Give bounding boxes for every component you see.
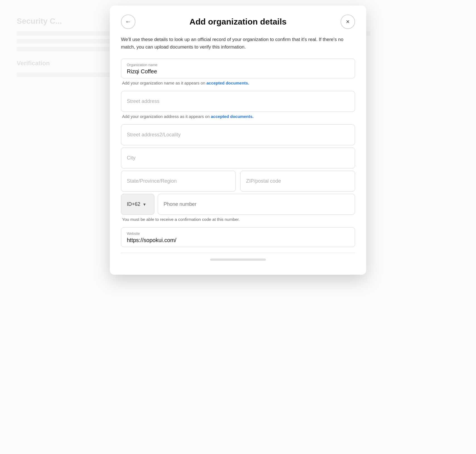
back-button[interactable]: ← [121,15,135,29]
city-input[interactable]: City [121,148,355,168]
org-name-helper: Add your organization name as it appears… [121,81,355,85]
street-address-accepted-docs-link[interactable]: accepted documents. [211,114,254,119]
org-name-input[interactable] [121,59,355,78]
modal-description: We'll use these details to look up an of… [121,36,355,51]
phone-helper: You must be able to receive a confirmati… [121,217,355,222]
modal-title: Add organization details [135,17,341,26]
modal-header: ← Add organization details × [110,6,366,36]
org-name-accepted-docs-link[interactable]: accepted documents. [207,81,249,85]
street-address-input[interactable]: Street address [121,91,355,112]
modal-body: We'll use these details to look up an of… [110,36,366,275]
phone-row: ID+62 ▼ [121,194,355,215]
divider [121,253,355,253]
street-address-helper: Add your organization address as it appe… [121,114,355,119]
add-organization-modal: ← Add organization details × We'll use t… [110,6,366,275]
dropdown-arrow-icon: ▼ [143,202,147,207]
website-input[interactable] [121,228,355,247]
phone-country-code: ID+62 [127,201,140,207]
org-name-field-wrapper: Organization name [121,59,355,78]
scroll-indicator [210,259,266,261]
street-address2-input[interactable]: Street address2/Locality [121,124,355,145]
close-button[interactable]: × [341,15,355,29]
zip-input[interactable]: ZIP/postal code [240,171,355,192]
state-input[interactable]: State/Province/Region [121,171,236,192]
state-zip-row: State/Province/Region ZIP/postal code [121,171,355,192]
phone-number-input[interactable] [158,194,355,215]
website-field-wrapper: Website [121,227,355,247]
phone-country-selector[interactable]: ID+62 ▼ [121,194,154,215]
